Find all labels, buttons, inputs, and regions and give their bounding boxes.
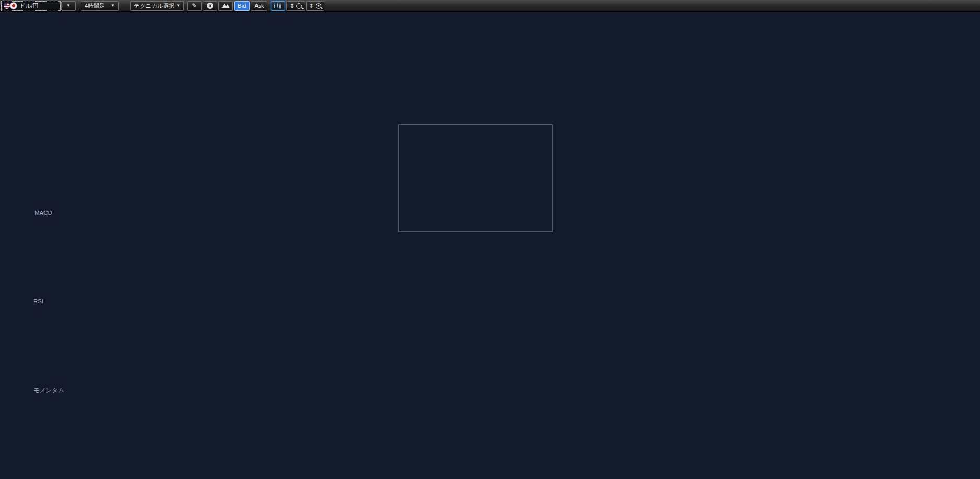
updown-arrow-icon: ↕	[289, 3, 294, 9]
currency-pair-dropdown-button[interactable]: ▼	[61, 1, 76, 11]
toolbar: ドル/円 ▼ 4時間足 ▼ テクニカル選択 ▼ ✎ Bid	[0, 0, 980, 12]
chevron-down-icon: ▼	[111, 4, 115, 8]
info-button[interactable]	[203, 1, 217, 11]
chevron-down-icon: ▼	[176, 4, 180, 8]
mountain-chart-icon	[221, 3, 230, 9]
technical-select-label: テクニカル選択	[134, 2, 174, 10]
magnifier-minus-icon: -	[296, 3, 302, 9]
draw-tool-button[interactable]: ✎	[187, 1, 202, 11]
us-flag-icon	[4, 3, 10, 9]
bid-label: Bid	[238, 3, 246, 9]
pencil-icon: ✎	[192, 2, 197, 9]
candle-magnifier-button[interactable]	[271, 1, 285, 11]
chevron-down-icon: ▼	[66, 4, 71, 8]
vertical-zoom-in-button[interactable]: ↕ +	[306, 1, 324, 11]
updown-arrow-icon: ↕	[309, 3, 314, 9]
japan-flag-icon	[10, 2, 17, 9]
currency-pair-selector[interactable]: ドル/円	[1, 1, 61, 11]
timeframe-label: 4時間足	[85, 2, 105, 10]
candlestick-zoom-icon	[274, 3, 282, 9]
vertical-zoom-out-button[interactable]: ↕ -	[286, 1, 305, 11]
currency-pair-label: ドル/円	[19, 2, 39, 10]
info-icon	[207, 3, 213, 9]
technical-select-button[interactable]: テクニカル選択 ▼	[130, 1, 184, 11]
ask-label: Ask	[254, 3, 264, 9]
chart-canvas[interactable]	[0, 0, 980, 479]
timeframe-selector[interactable]: 4時間足 ▼	[81, 1, 119, 11]
magnifier-plus-icon: +	[316, 3, 321, 9]
bid-button[interactable]: Bid	[234, 1, 250, 11]
chart-style-button[interactable]	[218, 1, 233, 11]
ask-button[interactable]: Ask	[251, 1, 267, 11]
trading-app: ドル/円 ▼ 4時間足 ▼ テクニカル選択 ▼ ✎ Bid	[0, 0, 980, 479]
